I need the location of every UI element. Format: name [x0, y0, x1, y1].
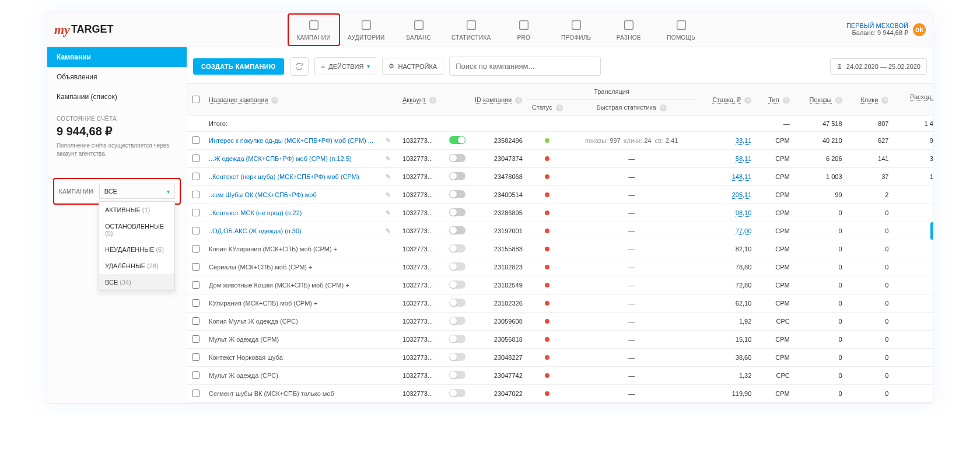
nav-кампании[interactable]: КАМПАНИИ	[288, 13, 340, 46]
row-checkbox[interactable]	[192, 335, 200, 343]
spend-cell: 0,00	[893, 313, 933, 331]
search-input[interactable]	[449, 57, 601, 76]
sidebar-item[interactable]: Объявления	[47, 67, 187, 87]
row-checkbox[interactable]	[192, 173, 200, 180]
campaign-link[interactable]: ..сем Шубы ОК (МСК+СПБ+РФ) моб	[209, 191, 317, 198]
broadcast-toggle[interactable]	[449, 280, 466, 289]
nav-pro[interactable]: PRO	[498, 13, 550, 46]
bid-link[interactable]: 205,11	[732, 191, 752, 199]
campaign-link[interactable]: Интерес к покупке од-ды (МСК+СПБ+РФ) моб…	[209, 137, 373, 144]
help-icon[interactable]: ?	[556, 104, 563, 111]
edit-icon[interactable]: ✎	[383, 227, 393, 235]
help-icon[interactable]: ?	[660, 104, 667, 111]
broadcast-toggle[interactable]	[449, 172, 466, 180]
filter-option[interactable]: НЕУДАЛЁННЫЕ (6)	[99, 241, 174, 258]
nav-помощь[interactable]: ПОМОЩЬ	[655, 13, 708, 46]
broadcast-toggle[interactable]	[449, 208, 466, 216]
row-checkbox[interactable]	[192, 209, 200, 216]
row-checkbox[interactable]	[192, 227, 200, 234]
sidebar-item[interactable]: Кампании (список)	[47, 87, 187, 107]
broadcast-toggle[interactable]	[449, 317, 466, 325]
edit-icon[interactable]: ✎	[383, 173, 393, 181]
broadcast-toggle[interactable]	[449, 190, 466, 198]
actions-dropdown[interactable]: ≡ ДЕЙСТВИЯ ▾	[314, 57, 377, 75]
help-icon[interactable]: ?	[429, 97, 436, 104]
campaign-link[interactable]: ...Ж одежда (МСК+СПБ+РФ) моб (CPM) (п.12…	[209, 155, 352, 162]
col-id[interactable]: ID кампании	[475, 96, 512, 104]
nav-разное[interactable]: РАЗНОЕ	[603, 13, 655, 46]
broadcast-toggle[interactable]	[449, 262, 466, 271]
col-name[interactable]: Название кампании	[209, 96, 268, 104]
edit-icon[interactable]: ✎	[383, 137, 393, 145]
row-checkbox[interactable]	[192, 263, 200, 271]
help-icon[interactable]: ?	[783, 97, 790, 104]
logo[interactable]: my TARGET	[54, 22, 114, 37]
broadcast-toggle[interactable]	[449, 389, 466, 397]
col-clicks[interactable]: Клики	[860, 96, 878, 104]
nav-баланс[interactable]: БАЛАНС	[393, 13, 445, 46]
help-icon[interactable]: ?	[881, 97, 888, 104]
row-checkbox[interactable]	[192, 390, 200, 397]
bid-link[interactable]: 148,11	[732, 173, 752, 181]
broadcast-toggle[interactable]	[449, 136, 466, 144]
filter-option[interactable]: АКТИВНЫЕ (1)	[99, 202, 174, 218]
row-checkbox[interactable]	[192, 191, 200, 198]
row-checkbox[interactable]	[192, 299, 200, 307]
filter-option[interactable]: УДАЛЁННЫЕ (28)	[99, 258, 174, 274]
help-icon[interactable]: ?	[515, 97, 522, 104]
row-checkbox[interactable]	[192, 136, 200, 144]
col-account[interactable]: Аккаунт	[402, 96, 426, 104]
select-all-checkbox[interactable]	[192, 96, 200, 103]
broadcast-toggle[interactable]	[449, 371, 466, 379]
nav-аудитории[interactable]: АУДИТОРИИ	[340, 13, 393, 46]
refresh-button[interactable]	[290, 57, 309, 76]
bid-link[interactable]: 58,11	[736, 155, 752, 163]
col-impr[interactable]: Показы	[810, 96, 832, 104]
col-quick[interactable]: Быстрая статистика	[597, 104, 656, 111]
broadcast-toggle[interactable]	[449, 244, 466, 252]
date-range-picker[interactable]: 🗓 24.02.2020 — 25.02.2020	[830, 58, 927, 75]
col-type[interactable]: Тип	[768, 96, 779, 104]
impr-cell: 0	[794, 349, 847, 367]
create-campaign-button[interactable]: СОЗДАТЬ КАМПАНИЮ	[193, 58, 284, 75]
nav-профиль[interactable]: ПРОФИЛЬ	[550, 13, 603, 46]
col-status[interactable]: Статус	[532, 104, 552, 111]
balance-box: СОСТОЯНИЕ СЧЁТА 9 944,68 ₽ Пополнение сч…	[47, 107, 187, 166]
campaign-name: Копия КУлирания (МСК+СПБ) моб (CPM) +	[209, 245, 337, 252]
filter-select[interactable]: ВСЕ ▾	[99, 184, 175, 199]
col-bid[interactable]: Ставка, ₽	[712, 96, 741, 104]
filter-option[interactable]: ВСЕ (34)	[99, 274, 174, 290]
row-checkbox[interactable]	[192, 245, 200, 252]
broadcast-toggle[interactable]	[449, 335, 466, 343]
help-icon[interactable]: ?	[744, 97, 751, 104]
topbar: my TARGET КАМПАНИИАУДИТОРИИБАЛАНССТАТИСТ…	[47, 12, 933, 47]
row-checkbox[interactable]	[192, 371, 200, 379]
broadcast-toggle[interactable]	[449, 299, 466, 307]
filter-option[interactable]: ОСТАНОВЛЕННЫЕ (5)	[99, 218, 174, 241]
broadcast-toggle[interactable]	[449, 226, 466, 234]
row-checkbox[interactable]	[192, 353, 200, 361]
bid-link[interactable]: 33,11	[736, 137, 752, 145]
broadcast-toggle[interactable]	[449, 353, 466, 361]
avatar[interactable]: ok	[913, 23, 926, 36]
col-spend[interactable]: Расход, ₽	[910, 93, 933, 101]
bid-link[interactable]: 77,00	[736, 227, 752, 235]
user-block[interactable]: ПЕРВЫЙ МЕХОВОЙ Баланс: 9 944,68 ₽ ok	[846, 22, 926, 37]
sidebar-item[interactable]: Кампании	[47, 47, 187, 67]
campaign-link[interactable]: ..ОД.ОБ.АКС (Ж одежда) (п.30)	[209, 227, 302, 234]
row-checkbox[interactable]	[192, 281, 200, 289]
edit-icon[interactable]: ✎	[383, 209, 393, 217]
campaign-link[interactable]: ..Контекст (норк шуба) (МСК+СПБ+РФ) моб …	[209, 173, 359, 180]
help-icon[interactable]: ?	[271, 97, 278, 104]
help-icon[interactable]: ?	[835, 97, 842, 104]
row-checkbox[interactable]	[192, 317, 200, 325]
nav-статистика[interactable]: СТАТИСТИКА	[445, 13, 498, 46]
bid-link[interactable]: 98,10	[736, 209, 752, 217]
row-checkbox[interactable]	[192, 155, 200, 162]
edit-icon[interactable]: ✎	[383, 191, 393, 199]
broadcast-toggle[interactable]	[449, 154, 466, 162]
edit-icon[interactable]: ✎	[383, 155, 393, 163]
campaign-link[interactable]: ..Контекст МСК (не прод) (п.22)	[209, 209, 302, 216]
settings-button[interactable]: ⚙ НАСТРОЙКА	[382, 58, 443, 75]
type-cell: CPM	[756, 276, 794, 294]
